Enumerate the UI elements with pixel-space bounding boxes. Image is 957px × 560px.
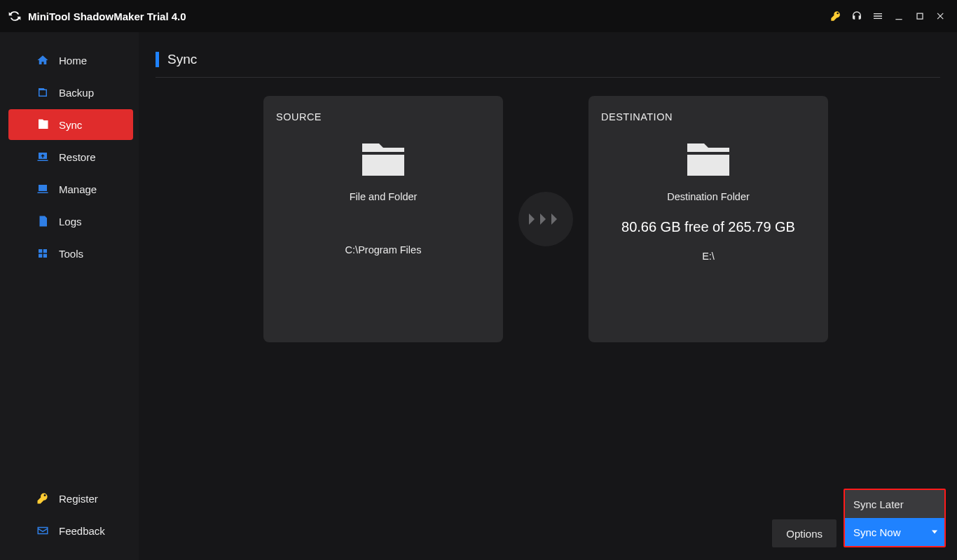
- sidebar-item-logs[interactable]: Logs: [8, 206, 133, 237]
- destination-label: Destination Folder: [601, 191, 815, 202]
- app-logo-icon: [7, 8, 22, 24]
- destination-free-space: 80.66 GB free of 265.79 GB: [601, 219, 815, 235]
- sidebar-feedback[interactable]: Feedback: [8, 515, 133, 546]
- sidebar-item-label: Tools: [59, 248, 83, 260]
- sync-later-option[interactable]: Sync Later: [845, 490, 944, 518]
- sidebar-item-label: Restore: [59, 151, 96, 163]
- sidebar-item-restore[interactable]: Restore: [8, 141, 133, 172]
- title-bar: MiniTool ShadowMaker Trial 4.0: [0, 0, 957, 32]
- folder-icon: [358, 136, 408, 178]
- support-icon[interactable]: [846, 6, 867, 27]
- sync-now-label: Sync Now: [853, 526, 901, 538]
- source-header: SOURCE: [276, 111, 490, 122]
- sidebar-item-label: Feedback: [59, 525, 105, 537]
- sidebar-item-label: Manage: [59, 183, 97, 195]
- sidebar-item-home[interactable]: Home: [8, 45, 133, 76]
- home-icon: [36, 54, 49, 66]
- close-icon[interactable]: [930, 6, 951, 27]
- sync-icon: [36, 118, 49, 131]
- sidebar-item-label: Register: [59, 493, 98, 505]
- destination-path: E:\: [601, 251, 815, 262]
- sidebar-item-sync[interactable]: Sync: [8, 109, 133, 140]
- sidebar-item-backup[interactable]: Backup: [8, 77, 133, 108]
- sidebar: Home Backup Sync Restore Manage Logs: [0, 32, 139, 560]
- mail-icon: [36, 524, 49, 537]
- backup-icon: [36, 86, 49, 99]
- maximize-icon[interactable]: [909, 6, 930, 27]
- main-content: Sync SOURCE File and Folder C:\Program F…: [139, 32, 957, 560]
- key-icon: [36, 492, 49, 505]
- header-accent-bar: [156, 52, 159, 67]
- sync-arrow-icon: [518, 192, 573, 246]
- sync-later-label: Sync Later: [853, 498, 904, 510]
- manage-icon: [36, 183, 49, 195]
- source-label: File and Folder: [276, 191, 490, 202]
- sidebar-item-label: Sync: [59, 119, 82, 131]
- page-title: Sync: [167, 52, 197, 67]
- sidebar-item-label: Home: [59, 55, 87, 66]
- sidebar-item-manage[interactable]: Manage: [8, 174, 133, 204]
- sidebar-item-tools[interactable]: Tools: [8, 238, 133, 269]
- restore-icon: [36, 150, 49, 163]
- source-card[interactable]: SOURCE File and Folder C:\Program Files: [263, 96, 503, 342]
- activate-key-icon[interactable]: [825, 6, 846, 27]
- app-title: MiniTool ShadowMaker Trial 4.0: [28, 10, 186, 22]
- sidebar-register[interactable]: Register: [8, 483, 133, 514]
- folder-icon: [683, 136, 734, 178]
- options-button[interactable]: Options: [772, 519, 836, 547]
- chevron-down-icon: [932, 531, 937, 534]
- minimize-icon[interactable]: [888, 6, 909, 27]
- tools-icon: [36, 247, 49, 260]
- menu-icon[interactable]: [867, 6, 888, 27]
- page-header: Sync: [156, 52, 940, 78]
- destination-header: DESTINATION: [601, 111, 815, 122]
- logs-icon: [36, 215, 49, 227]
- sync-now-button[interactable]: Sync Now: [845, 518, 944, 546]
- sidebar-item-label: Logs: [59, 216, 82, 227]
- destination-card[interactable]: DESTINATION Destination Folder 80.66 GB …: [588, 96, 828, 342]
- sidebar-item-label: Backup: [59, 87, 94, 99]
- sync-dropdown: Sync Later Sync Now: [844, 489, 946, 547]
- source-path: C:\Program Files: [276, 244, 490, 255]
